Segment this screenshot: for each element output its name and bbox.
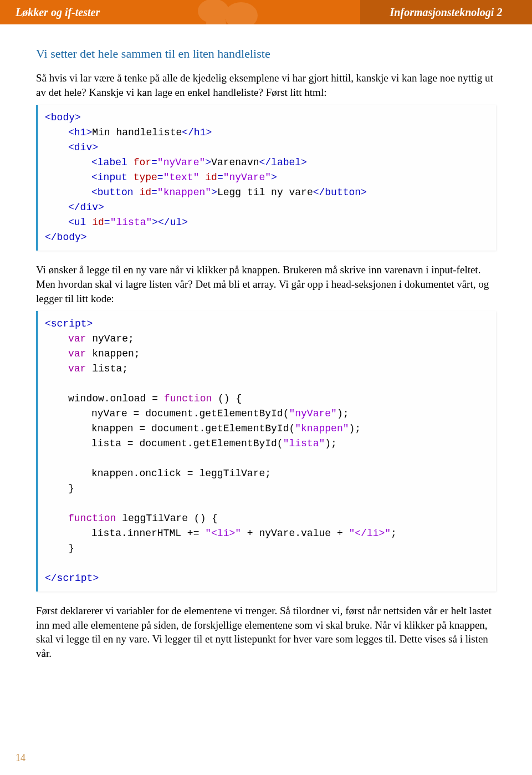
code-kw: var <box>68 333 92 344</box>
code-line: </h1> <box>182 127 212 138</box>
header-left: Løkker og if-tester <box>0 0 360 24</box>
code-block-script: <script> var nyVare; var knappen; var li… <box>36 311 496 592</box>
code-line: </div> <box>68 202 104 213</box>
header-left-title: Løkker og if-tester <box>16 6 100 19</box>
code-text: Min handleliste <box>92 127 182 138</box>
page-header: Løkker og if-tester Informasjonsteknolog… <box>0 0 532 24</box>
code-line: </script> <box>45 573 99 584</box>
content-area: Vi setter det hele sammen til en liten h… <box>0 24 532 661</box>
code-block-html: <body> <h1>Min handleliste</h1> <div> <l… <box>36 105 496 251</box>
section-title: Vi setter det hele sammen til en liten h… <box>36 47 496 61</box>
code-attr: for <box>134 157 151 168</box>
code-line: <h1> <box>68 127 92 138</box>
paragraph-1: Så hvis vi lar være å tenke på alle de k… <box>36 71 496 99</box>
code-line: <ul <box>68 217 92 228</box>
svg-point-1 <box>224 2 258 24</box>
code-line: <input <box>91 172 134 183</box>
code-str: "nyVare" <box>157 157 205 168</box>
code-line: <script> <box>45 318 93 329</box>
code-line: <div> <box>68 142 98 153</box>
paragraph-3: Først deklarerer vi variabler for de ele… <box>36 604 496 661</box>
header-right-title: Informasjonsteknologi 2 <box>390 6 503 19</box>
butterfly-icon <box>194 0 260 24</box>
paragraph-2: Vi ønsker å legge til en ny vare når vi … <box>36 263 496 305</box>
code-line: <label <box>91 157 134 168</box>
code-line: </body> <box>45 232 87 243</box>
code-line: <button <box>91 187 139 198</box>
header-right: Informasjonsteknologi 2 <box>360 0 532 24</box>
page-number: 14 <box>16 752 25 764</box>
code-line: <body> <box>45 112 81 123</box>
